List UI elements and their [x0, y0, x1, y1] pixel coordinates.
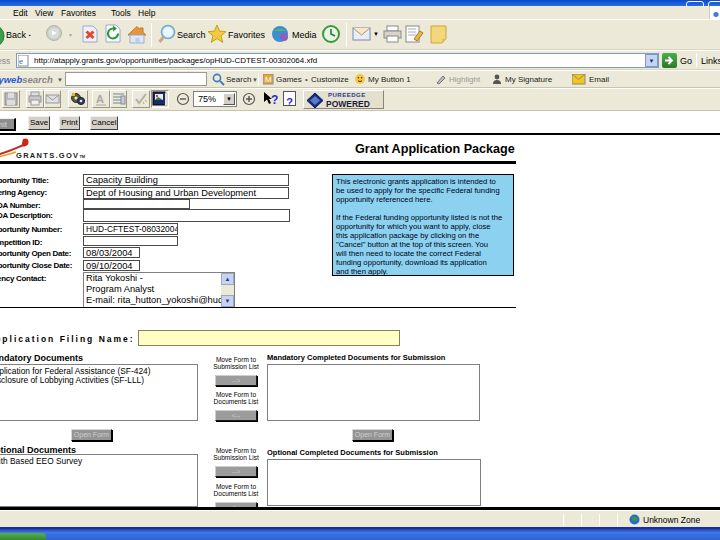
svg-text:e: e: [19, 56, 23, 66]
svg-text:?: ?: [271, 93, 278, 107]
svg-text:A: A: [96, 93, 104, 105]
svg-text:M: M: [265, 75, 272, 84]
